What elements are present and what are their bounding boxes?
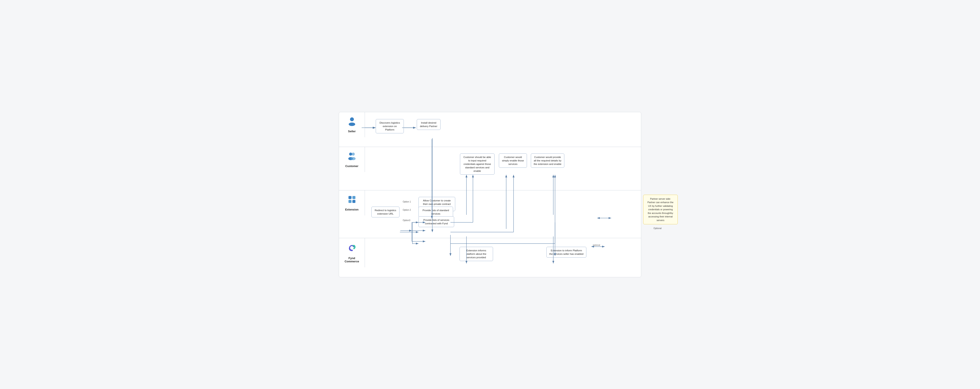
svg-point-19	[352, 153, 355, 156]
svg-point-17	[349, 123, 355, 126]
seller-label: Seller	[339, 112, 365, 137]
seller-content: Discovers logistics extension on Platfor…	[365, 112, 641, 147]
simply-enable-box: Customer would simply enable those servi…	[499, 153, 527, 168]
extension-name: Extension	[345, 208, 358, 211]
install-box: Install desired delivery Partner	[417, 119, 441, 130]
extension-lane: Extension Redirect to logistics extensio…	[339, 190, 641, 238]
fynd-icon	[347, 242, 357, 255]
svg-point-21	[351, 157, 356, 160]
customer-label: Customer	[339, 147, 365, 172]
provide-details-box: Customer would provide all the required …	[531, 153, 564, 168]
fynd-contracted-box: Provide lists of services contracted wit…	[418, 216, 454, 227]
fynd-content: Extension informs platform about the ser…	[365, 238, 641, 277]
informs-platform-box: Extension informs platform about the ser…	[460, 247, 493, 261]
svg-point-18	[349, 153, 352, 156]
diagram-container: Seller Discovers logistics extension on …	[339, 112, 641, 277]
svg-point-16	[350, 117, 354, 121]
customer-lane: Customer Customer should be able to inpu…	[339, 147, 641, 190]
fynd-label: Fynd Commerce	[339, 238, 365, 267]
seller-name: Seller	[348, 130, 356, 133]
customer-name: Customer	[345, 164, 358, 168]
standard-services-box: Provide lists of standard services	[418, 207, 453, 217]
fynd-name: Fynd Commerce	[341, 257, 363, 263]
partner-server-box: Partner server side: Partner can enhance…	[643, 195, 678, 225]
svg-rect-22	[348, 196, 352, 199]
extension-label: Extension	[339, 190, 365, 215]
svg-rect-23	[352, 196, 355, 199]
optional-label: Optional	[654, 227, 662, 230]
customer-icon	[347, 151, 357, 163]
customer-content: Customer should be able to input require…	[365, 147, 641, 190]
extension-icon	[347, 195, 357, 206]
credentials-box: Customer should be able to input require…	[460, 153, 495, 175]
svg-rect-26	[351, 199, 353, 200]
option1-label: Option 1	[403, 201, 411, 203]
discovers-box: Discovers logistics extension on Platfor…	[376, 119, 404, 133]
svg-rect-25	[352, 200, 355, 203]
option2-label: Option 2	[403, 209, 411, 211]
svg-rect-24	[348, 200, 352, 203]
seller-icon	[347, 116, 357, 128]
redirect-box: Redirect to logistics extension URL	[371, 207, 399, 217]
fynd-lane: Fynd Commerce Extension informs platform…	[339, 238, 641, 277]
inform-seller-box: Extension to inform Platform the service…	[546, 247, 586, 258]
seller-lane: Seller Discovers logistics extension on …	[339, 112, 641, 147]
option3-label: Option3	[403, 219, 410, 222]
extension-content: Redirect to logistics extension URL Opti…	[365, 190, 641, 238]
